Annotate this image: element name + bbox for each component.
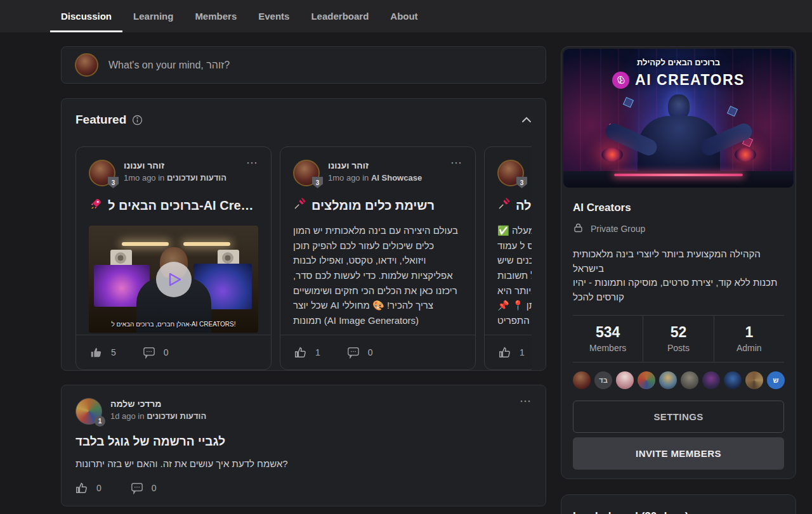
featured-post-body: בעולם היצירה עם בינה מלאכותית יש המון כל…	[293, 223, 462, 328]
member-avatars-row: בד ש	[573, 371, 784, 389]
comment-button[interactable]: 0	[143, 346, 169, 359]
leaderboard-title: Leaderboard (30-days)	[573, 510, 784, 514]
featured-card-tools[interactable]: 3 זוהר וענונו 1mo ago in AI Showcase ⋯ ר…	[280, 146, 476, 370]
pin-icon	[497, 197, 511, 214]
group-sidebar: ברוכים הבאים לקהילת AI CREATORS AI Creat…	[561, 46, 796, 514]
feed-post[interactable]: 1 מרדכי שלמה 1d ago in הודעות ועדכונים ⋯…	[61, 385, 546, 506]
brain-icon	[612, 72, 629, 89]
group-banner-image: ברוכים הבאים לקהילת AI CREATORS	[563, 49, 794, 188]
member-avatar[interactable]: בד	[594, 371, 612, 389]
post-composer[interactable]: What's on your mind, זוהר?	[61, 46, 546, 84]
group-stats: 534 Members 52 Posts 1 Admin	[573, 316, 784, 362]
privacy-label: Private Group	[591, 224, 645, 234]
studio-light	[122, 242, 169, 246]
like-button[interactable]: 1	[294, 346, 320, 359]
stat-admin: 1 Admin	[714, 316, 784, 362]
member-avatar[interactable]	[638, 371, 655, 389]
like-count: 5	[111, 347, 116, 357]
member-avatar[interactable]	[573, 371, 591, 389]
group-name: AI Creators	[573, 202, 784, 214]
featured-section: Featured	[61, 98, 546, 371]
post-category[interactable]: הודעות ועדכונים	[147, 411, 206, 421]
like-button[interactable]: 0	[75, 482, 102, 494]
post-title[interactable]: לגביי הרשמה של גוגל בלבד	[75, 435, 532, 449]
comment-button[interactable]: 0	[347, 346, 373, 359]
composer-placeholder: What's on your mind, זוהר?	[108, 60, 230, 71]
like-button[interactable]: 1	[499, 346, 525, 359]
member-avatar[interactable]	[681, 371, 698, 389]
featured-post-title[interactable]: ברוכים הבאים ל-AI Creat...	[108, 198, 258, 213]
speaker	[110, 250, 132, 266]
info-icon[interactable]	[132, 115, 143, 125]
member-avatar[interactable]	[659, 371, 677, 389]
post-time: 1mo ago in	[328, 173, 369, 183]
featured-card-welcome[interactable]: 3 זוהר וענונו 1mo ago in הודעות ועדכונים…	[75, 146, 272, 370]
tab-events[interactable]: Events	[247, 0, 300, 32]
comment-button[interactable]: 0	[131, 482, 157, 494]
comment-count: 0	[152, 483, 157, 493]
studio-light	[183, 242, 230, 246]
like-count: 1	[315, 347, 320, 357]
tab-about[interactable]: About	[379, 0, 428, 32]
featured-carousel: 3 זוהר וענונו 1mo ago in הודעות ועדכונים…	[75, 146, 532, 370]
more-options-icon[interactable]: ⋯	[520, 398, 532, 404]
level-badge: 1	[95, 416, 105, 427]
tab-learning[interactable]: Learning	[122, 0, 184, 32]
author-name[interactable]: זוהר וענונו	[124, 160, 226, 171]
author-name[interactable]: זוהר וענונו	[328, 160, 422, 171]
pin-icon	[293, 197, 306, 214]
author-avatar[interactable]: 1	[75, 398, 102, 425]
video-thumbnail[interactable]: אהלן חברים, ברוכים הבאים ל-AI CREATORS!	[89, 226, 258, 333]
current-user-avatar	[75, 53, 98, 77]
top-navigation: Discussion Learning Members Events Leade…	[0, 0, 812, 32]
main-feed: What's on your mind, זוהר? Featured	[61, 46, 546, 506]
level-badge: 3	[108, 177, 119, 188]
leaderboard-card: Leaderboard (30-days)	[561, 494, 796, 514]
like-button[interactable]: 5	[90, 346, 116, 359]
member-avatar[interactable]: ש	[767, 371, 785, 389]
post-time: 1d ago in	[110, 411, 145, 421]
author-avatar[interactable]: 3	[89, 160, 115, 186]
settings-button[interactable]: SETTINGS	[573, 401, 784, 433]
featured-title: Featured	[75, 113, 126, 127]
banner-logo-text: AI CREATORS	[635, 72, 745, 89]
featured-post-title[interactable]: רשימת כלים מומלצים	[311, 198, 435, 213]
tab-leaderboard[interactable]: Leaderboard	[300, 0, 379, 32]
post-category[interactable]: AI Showcase	[371, 173, 422, 183]
member-avatar[interactable]	[745, 371, 763, 389]
more-options-icon[interactable]: ⋯	[246, 160, 258, 166]
stat-posts: 52 Posts	[643, 316, 713, 362]
post-time: 1mo ago in	[124, 173, 164, 183]
member-avatar[interactable]	[724, 371, 742, 389]
more-options-icon[interactable]: ⋯	[450, 160, 462, 166]
stat-members: 534 Members	[573, 316, 643, 362]
play-button[interactable]	[156, 262, 192, 297]
group-info-card: ברוכים הבאים לקהילת AI CREATORS AI Creat…	[561, 46, 796, 479]
chevron-up-icon[interactable]	[521, 117, 532, 123]
featured-card-community[interactable]: 3 זוהר וענונו 1mo קהילה ✅ למעלה ? היכ	[484, 146, 532, 370]
like-count: 0	[96, 483, 102, 493]
tab-discussion[interactable]: Discussion	[50, 0, 122, 32]
tab-members[interactable]: Members	[184, 0, 247, 32]
comment-count: 0	[368, 347, 373, 357]
member-avatar[interactable]	[616, 371, 634, 389]
post-body: אשמח לדעת איך עושים את זה. והאם יש בזה י…	[75, 458, 532, 469]
featured-post-body: ✅ למעלה ? היכנס ל עמוד התכנים שיש לקבל ת…	[497, 223, 532, 328]
like-count: 1	[520, 347, 525, 357]
group-description-line: הקהילה המקצועית ביותר ליוצרי בינה מלאכות…	[573, 247, 784, 276]
banner-welcome-text: ברוכים הבאים לקהילת	[563, 58, 794, 67]
invite-members-button[interactable]: INVITE MEMBERS	[573, 437, 784, 470]
group-description-line: תכנות ללא קוד, יצירת סרטים, מוסיקה ותמונ…	[573, 276, 784, 304]
author-avatar[interactable]: 3	[293, 160, 320, 186]
rocket-icon	[89, 197, 103, 214]
post-category[interactable]: הודעות ועדכונים	[167, 173, 226, 183]
member-avatar[interactable]	[702, 371, 720, 389]
author-avatar[interactable]: 3	[497, 160, 524, 186]
video-caption: אהלן חברים, ברוכים הבאים ל-AI CREATORS!	[89, 321, 258, 328]
level-badge: 3	[516, 177, 527, 188]
author-name[interactable]: מרדכי שלמה	[110, 398, 206, 409]
lock-icon	[573, 222, 584, 235]
featured-post-title[interactable]: קהילה	[516, 198, 532, 213]
level-badge: 3	[312, 177, 323, 188]
comment-count: 0	[164, 347, 169, 357]
